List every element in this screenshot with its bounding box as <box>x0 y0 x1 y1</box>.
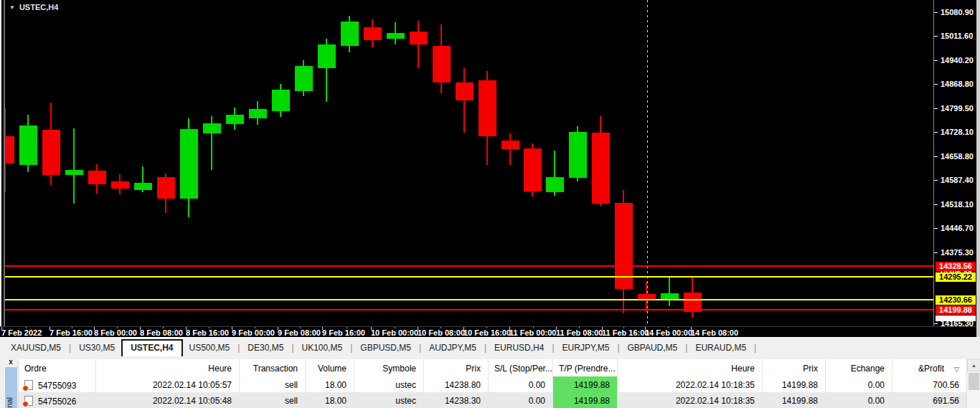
candlestick <box>272 90 290 111</box>
price-tick <box>934 204 938 205</box>
table-cell: 18.00 <box>306 376 354 392</box>
table-cell: 0.00 <box>489 376 553 392</box>
candlestick <box>318 44 336 68</box>
column-header-volume[interactable]: Volume <box>306 359 354 376</box>
column-header-s-l-stop-per-[interactable]: S/L (Stop/Per... <box>489 359 553 376</box>
time-axis-label: 8 Feb 00:00 <box>94 328 137 337</box>
window-frame-edge <box>0 0 1 337</box>
table-cell: 0.00 <box>826 392 892 408</box>
candlestick <box>341 22 359 46</box>
column-header--profit[interactable]: &Profit▽ <box>892 359 967 376</box>
candle-wick <box>669 276 670 306</box>
tab-uk100-m5[interactable]: UK100,M5 <box>296 341 349 355</box>
candlestick <box>42 130 60 175</box>
table-cell: 14199.88 <box>553 376 618 392</box>
table-row[interactable]: 547550932022.02.14 10:05:57sell18.00uste… <box>19 376 967 392</box>
column-header-prix[interactable]: Prix <box>424 359 489 376</box>
chart-window[interactable]: ▼ USTEC,H4 15080.9015011.6014940.2014868… <box>0 0 980 337</box>
price-tick <box>934 252 938 253</box>
candle-wick <box>509 133 511 165</box>
tab-de30-m5[interactable]: DE30,M5 <box>241 341 290 355</box>
column-header-heure[interactable]: Heure <box>96 359 240 376</box>
horizontal-price-line[interactable] <box>5 309 933 310</box>
table-cell: 700.56 <box>892 376 967 392</box>
price-tick <box>934 132 938 133</box>
tab-audjpy-m5[interactable]: AUDJPY,M5 <box>423 341 483 355</box>
candlestick <box>180 129 198 199</box>
price-tick <box>934 156 938 157</box>
horizontal-price-line[interactable] <box>5 276 933 277</box>
table-row[interactable]: 547550262022.02.14 10:05:48sell18.00uste… <box>19 392 967 408</box>
column-header-symbole[interactable]: Symbole <box>354 359 424 376</box>
tab-us500-m5[interactable]: US500,M5 <box>183 341 237 355</box>
terminal-panel: XAUUSD,M5|US30,M5USTEC,H4US500,M5|DE30,M… <box>0 337 980 408</box>
candlestick <box>157 177 175 199</box>
price-line-label: 14230.66 <box>936 295 976 305</box>
candle-wick <box>73 128 75 204</box>
scroll-up-icon[interactable]: ▲ <box>967 359 980 371</box>
candlestick <box>433 46 451 82</box>
tab-gbpaud-m5[interactable]: GBPAUD,M5 <box>621 341 684 355</box>
scrollbar-thumb[interactable] <box>969 373 979 390</box>
tab-eurjpy-m5[interactable]: EURJPY,M5 <box>556 341 616 355</box>
table-cell: 691.56 <box>892 392 967 408</box>
price-tick <box>934 108 938 109</box>
right-edge-strip <box>976 0 980 337</box>
column-header-t-p-prendre-[interactable]: T/P (Prendre... <box>553 359 618 376</box>
price-tick <box>934 180 938 181</box>
candlestick-plot[interactable] <box>5 0 933 326</box>
chart-symbol-dropdown[interactable]: ▼ USTEC,H4 <box>9 3 58 11</box>
table-scrollbar[interactable]: ▲ <box>966 359 980 408</box>
tab-eurusd-h4[interactable]: EURUSD,H4 <box>488 341 550 355</box>
table-header-row: OrdreHeureTransactionVolumeSymbolePrixS/… <box>19 359 967 376</box>
price-axis-label: 14799.50 <box>941 104 974 113</box>
time-axis[interactable]: 7 Feb 20227 Feb 16:008 Feb 00:008 Feb 08… <box>0 326 976 338</box>
candle-wick <box>418 21 419 68</box>
column-header-echange[interactable]: Echange <box>826 359 892 376</box>
horizontal-price-line[interactable] <box>5 265 933 267</box>
column-header-ordre[interactable]: Ordre <box>19 359 96 376</box>
price-line-label: 14295.22 <box>936 272 976 282</box>
table-cell: sell <box>240 392 306 408</box>
candlestick <box>364 27 382 40</box>
price-axis-label: 14868.80 <box>941 80 974 89</box>
horizontal-price-line[interactable] <box>5 299 933 300</box>
column-header-transaction[interactable]: Transaction <box>240 359 306 376</box>
table-cell: 54755093 <box>19 376 96 392</box>
sort-descending-icon[interactable]: ▽ <box>954 366 959 373</box>
time-axis-label: 8 Feb 16:00 <box>186 328 229 337</box>
chart-symbol-text: USTEC,H4 <box>19 3 58 11</box>
terminal-vertical-title: nal <box>5 397 17 408</box>
candlestick <box>65 170 83 175</box>
table-cell: 0.00 <box>826 376 892 392</box>
candle-wick <box>463 68 465 133</box>
candlestick <box>456 82 473 100</box>
price-tick <box>934 12 938 13</box>
close-terminal-button[interactable]: x <box>6 358 15 366</box>
price-axis-label: 14658.80 <box>941 152 974 161</box>
tab-separator: | <box>483 343 488 353</box>
tab-euraud-m5[interactable]: EURAUD,M5 <box>689 341 753 355</box>
table-cell: 14238.80 <box>424 376 489 392</box>
tab-gbpusd-m5[interactable]: GBPUSD,M5 <box>354 341 418 355</box>
column-header-heure[interactable]: Heure <box>618 359 763 376</box>
price-axis-label: 15080.90 <box>941 8 974 17</box>
candlestick <box>295 66 313 91</box>
candlestick <box>661 293 679 299</box>
candlestick <box>410 32 428 44</box>
dropdown-triangle-icon: ▼ <box>9 4 15 11</box>
candlestick <box>203 123 221 133</box>
price-axis[interactable]: 15080.9015011.6014940.2014868.8014799.50… <box>933 0 977 326</box>
tab-xauusd-m5[interactable]: XAUUSD,M5 <box>4 341 67 355</box>
time-axis-label: 10 Feb 00:00 <box>371 328 418 337</box>
time-axis-label: 11 Feb 16:00 <box>602 328 649 337</box>
time-axis-label: 9 Feb 16:00 <box>322 328 365 337</box>
column-header-prix[interactable]: Prix <box>763 359 826 376</box>
price-tick <box>934 323 938 324</box>
tab-us30-m5[interactable]: US30,M5 <box>72 341 121 355</box>
table-cell: ustec <box>354 392 424 408</box>
tab-ustec-h4[interactable]: USTEC,H4 <box>121 339 182 356</box>
terminal-title-strip[interactable]: nal <box>5 367 17 408</box>
price-line-label: 14328.56 <box>936 262 976 271</box>
time-axis-label: 7 Feb 2022 <box>1 328 42 337</box>
